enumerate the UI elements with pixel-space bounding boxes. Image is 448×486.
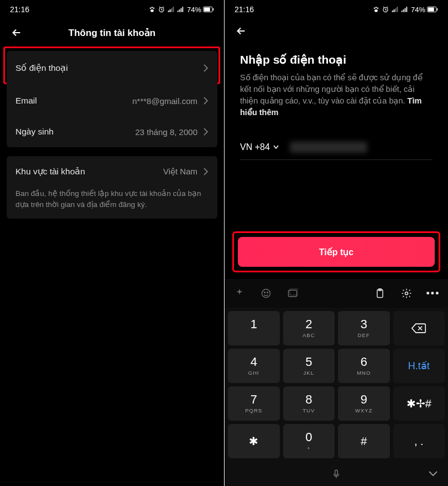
more-icon[interactable]: ••• [426,286,440,301]
key-backspace[interactable] [393,311,445,345]
key-num: 0 [305,431,312,443]
row-region[interactable]: Khu vực tài khoản Việt Nam [7,156,217,187]
row-value-text: Việt Nam [163,167,197,177]
status-icons: 74% [148,6,214,14]
key-sub: MNO [357,370,371,376]
battery-icon [427,6,438,13]
keyboard-toolbar: ••• [225,279,448,308]
battery-text: 74% [187,6,201,14]
signal-2-icon [176,6,184,13]
status-time: 21:16 [235,5,254,14]
key-sub: PQRS [245,407,262,413]
phone-input-row: VN +84 [240,142,433,160]
enter-phone-desc: Số điện thoại của bạn có thể sẽ được sử … [240,72,433,118]
row-label: Email [15,96,37,106]
key-num: 7 [251,394,257,406]
key-num: 1 [251,318,257,330]
region-panel: Khu vực tài khoản Việt Nam Ban đầu, hệ t… [7,156,217,219]
status-bar: 21:16 74% [225,0,448,19]
key-9[interactable]: 9WXYZ [338,386,390,421]
backspace-icon [411,323,426,334]
svg-point-18 [267,292,268,293]
svg-rect-15 [437,8,438,11]
caret-down-icon [273,145,279,149]
key-8[interactable]: 8TUV [283,386,335,421]
cta-wrap: Tiếp tục [225,231,448,272]
chevron-right-icon [203,168,209,175]
key-label: ✱✢# [407,398,431,409]
signal-1-icon [391,6,399,13]
continue-button[interactable]: Tiếp tục [238,237,435,267]
key-7[interactable]: 7PQRS [228,386,280,421]
battery-text: 74% [411,6,425,14]
back-button[interactable] [7,23,27,43]
key-sub: TUV [303,407,315,413]
alarm-icon [158,6,165,13]
row-dob[interactable]: Ngày sinh 23 tháng 8, 2000 [7,116,217,147]
arrow-left-icon [11,27,23,39]
key-label: ✱ [249,436,258,447]
keyboard-bottom [225,462,448,486]
row-value-text: n***8@gmail.com [132,96,197,106]
mic-icon[interactable] [331,468,341,480]
status-bar: 21:16 74% [0,0,224,19]
key-num: 4 [251,356,257,368]
svg-point-23 [405,292,408,295]
country-code-select[interactable]: VN +84 [240,142,279,152]
signal-2-icon [400,6,408,13]
desc-text: Số điện thoại của bạn có thể sẽ được sử … [240,73,423,105]
phone-input[interactable] [290,142,367,153]
keyboard-collapse-icon[interactable] [428,470,438,478]
enter-phone-title: Nhập số điện thoại [240,53,433,66]
key-num: 5 [305,356,312,368]
key-sub: DEF [358,332,370,338]
key-6[interactable]: 6MNO [338,349,390,383]
gear-icon[interactable] [399,286,414,301]
key-[interactable]: ✱✢# [393,386,445,421]
key-3[interactable]: 3DEF [338,311,390,345]
key-[interactable]: # [338,424,390,458]
key-[interactable]: , . [393,424,445,458]
svg-point-9 [376,7,377,8]
key-4[interactable]: 4GHI [228,349,280,383]
sparkle-icon[interactable] [232,286,247,301]
numeric-keyboard: 1 2ABC3DEF4GHI5JKL6MNOH.tất7PQRS8TUV9WXY… [225,308,448,462]
chevron-right-icon [203,128,209,136]
svg-rect-6 [204,8,210,12]
chevron-right-icon [203,97,209,105]
key-num: 2 [305,318,312,330]
key-0[interactable]: 0+ [283,424,335,458]
svg-rect-14 [428,8,434,12]
key-1[interactable]: 1 [228,311,280,345]
svg-point-0 [150,7,152,9]
svg-point-1 [152,7,153,8]
key-sub: GHI [248,370,259,376]
key-sub: + [307,445,311,451]
key-htt[interactable]: H.tất [393,349,445,383]
clipboard-icon[interactable] [373,286,387,301]
key-label: H.tất [408,361,430,371]
country-code-text: VN +84 [240,142,270,152]
key-[interactable]: ✱ [228,424,280,458]
header [225,19,448,43]
svg-point-3 [150,9,154,12]
paw-icon [372,6,380,13]
emoji-icon[interactable] [259,286,273,301]
cta-label: Tiếp tục [319,247,353,257]
key-num: 9 [361,394,367,406]
key-2[interactable]: 2ABC [283,311,335,345]
row-phone[interactable]: Số điện thoại [7,51,217,85]
page-title: Thông tin tài khoản [0,27,224,39]
back-button[interactable] [231,21,251,41]
key-sub: WXYZ [355,407,372,413]
phone-right: 21:16 74% Nhập số điện thoại Số điện tho… [224,0,448,486]
row-email[interactable]: Email n***8@gmail.com [7,85,217,116]
svg-point-11 [374,9,378,12]
gif-icon[interactable] [285,286,300,301]
svg-rect-24 [335,470,338,475]
row-value-text: 23 tháng 8, 2000 [135,127,197,137]
svg-point-16 [262,289,270,298]
content: Nhập số điện thoại Số điện thoại của bạn… [225,43,448,160]
region-note: Ban đầu, hệ thống thiết lập khu vực tài … [7,187,217,219]
key-5[interactable]: 5JKL [283,349,335,383]
